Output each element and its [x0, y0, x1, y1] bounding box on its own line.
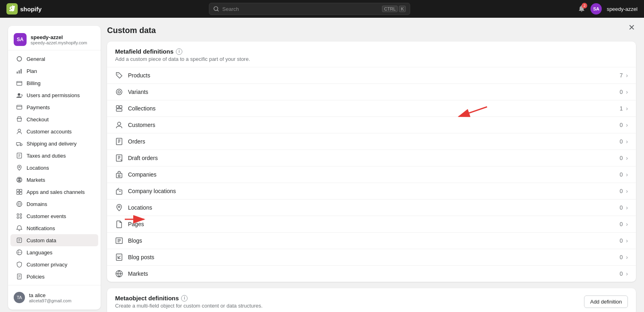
- sidebar-item-billing[interactable]: Billing: [10, 77, 98, 89]
- sidebar-item-checkout[interactable]: Checkout: [10, 113, 98, 125]
- svg-rect-34: [118, 175, 120, 177]
- sidebar-item-domains[interactable]: Domains: [10, 198, 98, 210]
- chevron-right-icon: ›: [626, 122, 628, 128]
- row-label: Collections: [128, 105, 620, 112]
- chevron-right-icon: ›: [626, 204, 628, 211]
- sidebar-item-plan[interactable]: Plan: [10, 65, 98, 77]
- row-company-locations[interactable]: Company locations 0 ›: [107, 183, 636, 199]
- languages-icon: [16, 249, 23, 256]
- person-icon: [115, 121, 123, 129]
- globe-icon: [115, 270, 123, 278]
- chevron-right-icon: ›: [626, 188, 628, 194]
- add-definition-button[interactable]: Add definition: [584, 295, 628, 308]
- store-url: speedy-azzel.myshopify.com: [31, 40, 87, 45]
- tag-icon: [115, 71, 123, 79]
- sidebar-item-label: Markets: [27, 177, 45, 183]
- row-blog-posts[interactable]: Blog posts 0 ›: [107, 249, 636, 265]
- row-markets[interactable]: Markets 0 ›: [107, 265, 636, 282]
- svg-rect-13: [20, 189, 22, 192]
- row-pages[interactable]: Pages 0 ›: [107, 216, 636, 232]
- row-label: Variants: [128, 89, 620, 95]
- notification-button[interactable]: 2: [578, 4, 586, 14]
- sidebar-item-label: Plan: [27, 68, 37, 74]
- svg-rect-4: [21, 69, 21, 73]
- row-label: Products: [128, 72, 620, 79]
- shopify-logo-icon: [6, 3, 18, 15]
- metaobject-info-icon[interactable]: i: [181, 295, 188, 302]
- svg-point-9: [21, 145, 21, 146]
- row-label: Draft orders: [128, 155, 620, 161]
- svg-point-8: [17, 145, 18, 146]
- svg-rect-14: [17, 192, 19, 195]
- metaobject-card: Metaobject definitions i Create a multi-…: [107, 288, 636, 312]
- sidebar-item-users[interactable]: Users and permissions: [10, 89, 98, 101]
- sidebar-item-label: Apps and sales channels: [27, 189, 85, 195]
- close-button[interactable]: ✕: [628, 23, 635, 32]
- sidebar-item-policies[interactable]: Policies: [10, 270, 98, 283]
- topbar-right: 2 SA speedy-azzel: [578, 3, 638, 15]
- card-subtitle: Add a custom piece of data to a specific…: [115, 56, 628, 62]
- row-orders[interactable]: Orders 0 ›: [107, 133, 636, 150]
- sidebar-item-languages[interactable]: Languages: [10, 246, 98, 258]
- sidebar-item-shipping[interactable]: Shipping and delivery: [10, 137, 98, 150]
- markets-icon: [16, 177, 23, 183]
- sidebar-item-label: Customer events: [27, 213, 66, 219]
- search-bar[interactable]: Search CTRL K: [209, 3, 410, 15]
- sidebar-item-custom-data[interactable]: Custom data: [10, 234, 98, 246]
- sidebar-item-markets[interactable]: Markets: [10, 174, 98, 186]
- row-label: Customers: [128, 122, 620, 128]
- svg-rect-27: [116, 106, 119, 108]
- sidebar-item-locations[interactable]: Locations: [10, 162, 98, 174]
- row-count: 0: [620, 89, 623, 95]
- row-locations[interactable]: Locations 0 ›: [107, 199, 636, 216]
- sidebar-item-customer-accounts[interactable]: Customer accounts: [10, 125, 98, 137]
- sidebar-item-taxes[interactable]: Taxes and duties: [10, 150, 98, 162]
- svg-rect-12: [17, 189, 19, 192]
- row-variants[interactable]: Variants 0 ›: [107, 83, 636, 100]
- sidebar-item-customer-events[interactable]: Customer events: [10, 210, 98, 222]
- policies-icon: [16, 273, 23, 280]
- sidebar-user-name: ta alice: [29, 292, 71, 298]
- row-customers[interactable]: Customers 0 ›: [107, 116, 636, 133]
- row-count: 0: [620, 171, 623, 178]
- shopify-logo: shopify: [6, 3, 41, 15]
- svg-rect-2: [17, 72, 18, 74]
- chevron-right-icon: ›: [626, 254, 628, 260]
- store-name: speedy-azzel: [31, 34, 87, 40]
- row-label: Locations: [128, 204, 620, 211]
- sidebar-item-apps[interactable]: Apps and sales channels: [10, 186, 98, 198]
- row-products[interactable]: Products 7 ›: [107, 67, 636, 83]
- sidebar-item-notifications[interactable]: Notifications: [10, 222, 98, 234]
- user-avatar: SA: [590, 3, 602, 15]
- sidebar-item-label: Custom data: [27, 237, 56, 243]
- svg-rect-20: [20, 217, 22, 218]
- row-count: 0: [620, 204, 623, 211]
- row-label: Companies: [128, 171, 620, 178]
- sidebar-item-payments[interactable]: Payments: [10, 101, 98, 113]
- sidebar-store: SA speedy-azzel speedy-azzel.myshopify.c…: [8, 29, 101, 50]
- row-count: 0: [620, 122, 623, 128]
- sidebar-user-info: ta alice aliceta97@gmail.com: [29, 292, 71, 303]
- variant-icon: [115, 88, 123, 96]
- sidebar-item-label: Customer privacy: [27, 262, 67, 268]
- chevron-right-icon: ›: [626, 155, 628, 161]
- user-name: speedy-azzel: [607, 6, 638, 12]
- svg-point-24: [118, 74, 118, 75]
- sidebar-item-customer-privacy[interactable]: Customer privacy: [10, 258, 98, 270]
- card-title: Metafield definitions i: [115, 48, 628, 55]
- chevron-right-icon: ›: [626, 221, 628, 227]
- row-draft-orders[interactable]: Draft orders 0 ›: [107, 150, 636, 166]
- row-companies[interactable]: Companies 0 ›: [107, 166, 636, 183]
- metaobject-subtitle: Create a multi-field object for custom c…: [115, 303, 584, 309]
- row-collections[interactable]: Collections 1 ›: [107, 100, 636, 116]
- sidebar-item-general[interactable]: General: [10, 53, 98, 65]
- row-blogs[interactable]: Blogs 0 ›: [107, 232, 636, 249]
- domain-icon: [16, 201, 23, 207]
- row-count: 0: [620, 138, 623, 145]
- metaobject-info: Metaobject definitions i Create a multi-…: [115, 295, 584, 309]
- payments-icon: [16, 104, 23, 110]
- row-count: 0: [620, 188, 623, 194]
- info-icon[interactable]: i: [176, 48, 182, 55]
- sidebar-item-label: Checkout: [27, 116, 49, 123]
- orders-icon: [115, 137, 123, 146]
